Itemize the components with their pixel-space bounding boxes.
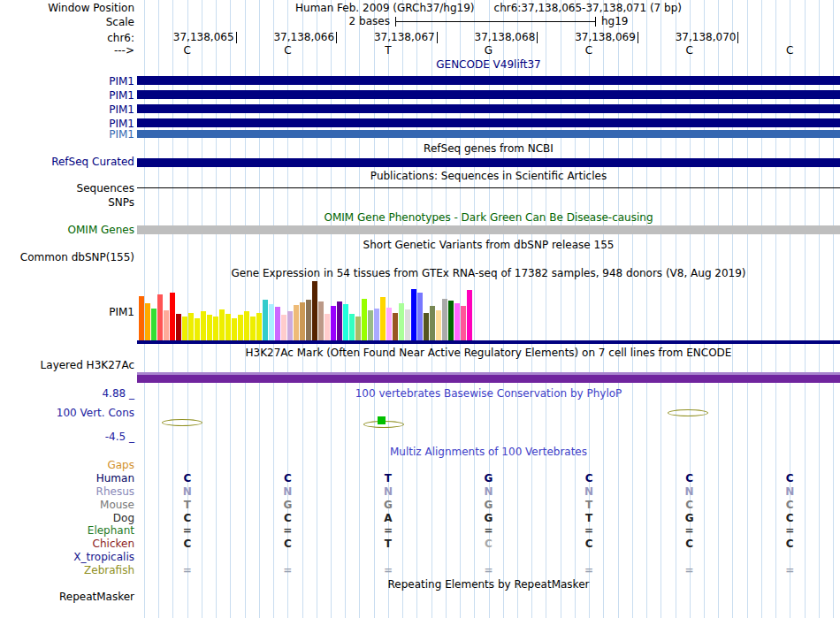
sequences-track-line[interactable]	[137, 187, 840, 188]
gtex-tissue-bar[interactable]	[151, 309, 157, 340]
encode-track-title[interactable]: H3K27Ac Mark (Often Found Near Active Re…	[137, 347, 840, 359]
snps-track-label[interactable]: SNPs	[108, 196, 134, 209]
alignment-row-rhesus[interactable]: NNNNNNN	[137, 485, 840, 499]
refseq-curated-label[interactable]: RefSeq Curated	[51, 156, 134, 168]
gtex-tissue-bar[interactable]	[467, 290, 472, 340]
gtex-tissue-bar[interactable]	[325, 314, 330, 340]
gtex-tissue-bar[interactable]	[275, 307, 280, 340]
gtex-tissue-bar[interactable]	[287, 311, 293, 340]
gtex-tissue-bar[interactable]	[170, 293, 175, 340]
gtex-tissue-bar[interactable]	[182, 317, 187, 340]
repeatmasker-track-title[interactable]: Repeating Elements by RepeatMasker	[137, 578, 840, 591]
gtex-tissue-bar[interactable]	[294, 305, 299, 340]
alignment-row-chicken[interactable]: CCTCCCC	[137, 538, 840, 551]
gtex-tissue-bar[interactable]	[207, 315, 212, 340]
alignment-row-elephant[interactable]: =======	[137, 524, 840, 538]
gtex-tissue-bar[interactable]	[306, 300, 311, 340]
gtex-tissue-bar[interactable]	[244, 311, 249, 340]
gtex-tissue-bar[interactable]	[405, 309, 410, 340]
gtex-tissue-bar[interactable]	[176, 314, 181, 340]
alignment-row-dog[interactable]: CCAGTGC	[137, 512, 840, 525]
gtex-tissue-bar[interactable]	[448, 301, 454, 340]
gtex-tissue-bar[interactable]	[195, 318, 200, 340]
conservation-track-label[interactable]: 100 Vert. Cons	[57, 407, 134, 419]
gtex-tissue-bar[interactable]	[238, 315, 243, 340]
gtex-tissue-bar[interactable]	[461, 306, 466, 340]
gencode-gene-bar[interactable]	[137, 104, 840, 113]
omim-track-title[interactable]: OMIM Gene Phenotypes - Dark Green Can Be…	[137, 211, 840, 224]
gtex-tissue-bar[interactable]	[374, 309, 379, 340]
h3k27ac-signal-bar[interactable]	[137, 375, 840, 383]
omim-gene-bar[interactable]	[137, 225, 840, 234]
species-label-mouse[interactable]: Mouse	[100, 499, 134, 511]
common-dbsnp-label[interactable]: Common dbSNP(155)	[20, 251, 134, 263]
gtex-tissue-bar[interactable]	[219, 309, 225, 340]
species-label-human[interactable]: Human	[96, 472, 134, 484]
multiz-track-title[interactable]: Multiz Alignments of 100 Vertebrates	[137, 446, 840, 458]
gtex-tissue-bar[interactable]	[263, 300, 268, 340]
gtex-tissue-bar[interactable]	[312, 281, 317, 340]
alignment-row-human[interactable]: CCTGCCC	[137, 472, 840, 485]
omim-genes-label[interactable]: OMIM Genes	[68, 224, 134, 236]
gtex-tissue-bar[interactable]	[424, 313, 429, 340]
sequences-track-label[interactable]: Sequences	[77, 182, 134, 195]
gencode-gene-bar[interactable]	[137, 76, 840, 85]
gtex-tissue-bar[interactable]	[380, 297, 386, 340]
gtex-track-title[interactable]: Gene Expression in 54 tissues from GTEx …	[137, 267, 840, 279]
gtex-tissue-bar[interactable]	[349, 314, 355, 340]
refseq-gene-bar[interactable]	[137, 158, 840, 167]
gtex-tissue-bar[interactable]	[362, 299, 367, 340]
gtex-tissue-bar[interactable]	[250, 317, 256, 340]
gtex-tissue-bar[interactable]	[436, 310, 441, 340]
species-label-chicken[interactable]: Chicken	[93, 538, 134, 550]
gtex-tissue-bar[interactable]	[331, 306, 336, 340]
gtex-tissue-bar[interactable]	[145, 303, 150, 340]
gencode-gene-bar[interactable]	[137, 130, 840, 138]
gtex-tissue-bar[interactable]	[232, 318, 237, 340]
alignment-row-mouse[interactable]: TGGGTCC	[137, 499, 840, 512]
gtex-tissue-bar[interactable]	[368, 310, 373, 340]
gtex-tissue-bar[interactable]	[399, 303, 404, 340]
gtex-tissue-bar[interactable]	[139, 296, 144, 340]
gtex-tissue-bar[interactable]	[337, 301, 342, 340]
alignment-row-x_tropicalis[interactable]	[137, 551, 840, 564]
gencode-track-title[interactable]: GENCODE V49lift37	[137, 58, 840, 71]
gtex-tissue-bar[interactable]	[225, 314, 231, 340]
gtex-tissue-bar[interactable]	[355, 317, 361, 340]
gtex-tissue-bar[interactable]	[343, 304, 348, 340]
gtex-tissue-bar[interactable]	[281, 315, 286, 340]
gtex-gene-model-line[interactable]	[137, 340, 840, 344]
gencode-gene-label[interactable]: PIM1	[109, 128, 134, 141]
gencode-gene-label[interactable]: PIM1	[109, 89, 134, 102]
publications-track-title[interactable]: Publications: Sequences in Scientific Ar…	[137, 170, 840, 182]
species-label-dog[interactable]: Dog	[113, 512, 134, 524]
gtex-tissue-bar[interactable]	[411, 289, 416, 340]
gtex-tissue-bar[interactable]	[213, 317, 218, 340]
species-label-zebrafish[interactable]: Zebrafish	[84, 564, 134, 576]
gencode-gene-bar[interactable]	[137, 90, 840, 99]
gencode-gene-bar[interactable]	[137, 118, 840, 127]
gtex-tissue-bar[interactable]	[430, 306, 435, 340]
gtex-gene-label[interactable]: PIM1	[109, 306, 134, 318]
gtex-bar-chart[interactable]	[137, 279, 840, 340]
species-label-gaps[interactable]: Gaps	[107, 459, 134, 471]
layered-h3k27ac-label[interactable]: Layered H3K27Ac	[41, 359, 134, 371]
gtex-tissue-bar[interactable]	[269, 304, 274, 340]
conservation-track-title[interactable]: 100 vertebrates Basewise Conservation by…	[137, 387, 840, 400]
gtex-tissue-bar[interactable]	[188, 313, 194, 340]
dbsnp-track-title[interactable]: Short Genetic Variants from dbSNP releas…	[137, 239, 840, 251]
refseq-track-title[interactable]: RefSeq genes from NCBI	[137, 142, 840, 155]
gtex-tissue-bar[interactable]	[386, 308, 392, 340]
gtex-tissue-bar[interactable]	[164, 310, 169, 340]
gtex-tissue-bar[interactable]	[318, 301, 324, 340]
gtex-tissue-bar[interactable]	[442, 299, 447, 340]
species-label-rhesus[interactable]: Rhesus	[96, 485, 134, 498]
gtex-tissue-bar[interactable]	[393, 313, 398, 340]
gencode-gene-label[interactable]: PIM1	[109, 103, 134, 116]
species-label-x_tropicalis[interactable]: X_tropicalis	[73, 551, 134, 563]
gtex-tissue-bar[interactable]	[417, 293, 423, 340]
gtex-tissue-bar[interactable]	[157, 294, 163, 340]
alignment-row-gaps[interactable]	[137, 459, 840, 472]
gtex-tissue-bar[interactable]	[256, 313, 262, 340]
gencode-gene-label[interactable]: PIM1	[109, 75, 134, 88]
